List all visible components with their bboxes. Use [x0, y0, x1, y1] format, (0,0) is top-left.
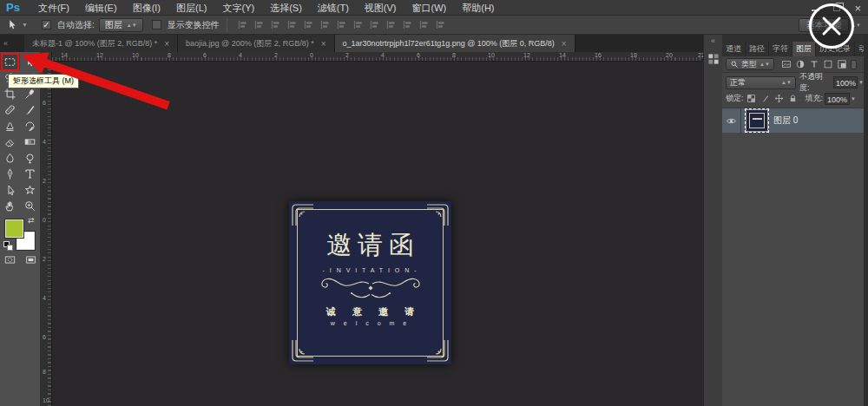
- ornament-corner-icon: [427, 203, 450, 226]
- distribute-top-edges-icon[interactable]: [335, 18, 348, 31]
- ruler-number: 10: [43, 397, 49, 403]
- dodge-tool[interactable]: [20, 150, 40, 167]
- align-right-edges-icon[interactable]: [319, 18, 332, 31]
- quick-mask-icon[interactable]: [3, 253, 16, 269]
- adjustment-filter-icon[interactable]: [795, 59, 806, 69]
- tool-preset-dropdown-icon[interactable]: ▼: [22, 22, 28, 28]
- menu-item[interactable]: 视图(V): [357, 0, 404, 16]
- document-tab[interactable]: baojia.jpg @ 200% (图层 2, RGB/8) *×: [178, 35, 335, 52]
- align-top-edges-icon[interactable]: [236, 18, 249, 31]
- swap-colors-icon[interactable]: ⇄: [28, 216, 35, 225]
- align-bottom-edges-icon[interactable]: [269, 18, 282, 31]
- blur-tool[interactable]: [0, 150, 20, 167]
- default-colors-icon[interactable]: [3, 241, 13, 251]
- canvas-pasteboard[interactable]: 邀请函 - I N V I T A T I O N - 诚 意 邀 请 w e …: [52, 62, 703, 406]
- menu-item[interactable]: 帮助(H): [454, 0, 502, 16]
- lock-position-icon[interactable]: [774, 94, 785, 104]
- align-icon-group: [234, 18, 449, 31]
- filter-icons: [781, 59, 847, 69]
- filter-kind-dropdown[interactable]: 类型 ▲▼: [726, 58, 774, 70]
- swatches-panel-icon[interactable]: [707, 52, 720, 66]
- menu-item[interactable]: 编辑(E): [77, 0, 125, 16]
- ruler-number: 12: [523, 52, 530, 58]
- panel-tab-图层[interactable]: 图层: [792, 42, 816, 56]
- move-tool-icon[interactable]: [5, 18, 21, 31]
- align-vertical-centers-icon[interactable]: [253, 18, 266, 31]
- show-transform-checkbox[interactable]: [152, 20, 161, 29]
- fill-dropdown-icon[interactable]: ▼: [851, 96, 856, 102]
- distribute-horizontal-centers-icon[interactable]: [401, 18, 414, 31]
- layer-name: 图层 0: [773, 115, 798, 127]
- menu-item[interactable]: 窗口(W): [404, 0, 455, 16]
- pen-tool[interactable]: [0, 167, 20, 183]
- layer-visibility-toggle[interactable]: [722, 108, 741, 133]
- lock-all-icon[interactable]: [788, 94, 799, 104]
- menu-item[interactable]: 图层(L): [168, 0, 214, 16]
- align-left-edges-icon[interactable]: [286, 18, 299, 31]
- tab-close-icon[interactable]: ×: [562, 39, 567, 49]
- close-icon[interactable]: ×: [854, 3, 861, 14]
- distribute-vertical-centers-icon[interactable]: [352, 18, 365, 31]
- search-icon: [730, 60, 739, 69]
- lock-transparent-icon[interactable]: [746, 94, 757, 104]
- opacity-value[interactable]: 100%: [833, 76, 858, 88]
- history-brush-tool[interactable]: [20, 118, 40, 134]
- fill-label: 填充:: [806, 93, 824, 104]
- type-tool[interactable]: [20, 167, 40, 183]
- screen-mode-icon[interactable]: [24, 253, 37, 269]
- distribute-left-edges-icon[interactable]: [385, 18, 398, 31]
- filter-toggle[interactable]: [851, 60, 857, 69]
- auto-select-target-value: 图层: [105, 19, 122, 31]
- tab-close-icon[interactable]: ×: [164, 39, 169, 49]
- panel-tab-字符[interactable]: 字符: [769, 42, 792, 56]
- horizontal-ruler[interactable]: 14121086420246810121416182022: [52, 52, 703, 62]
- distribute-bottom-edges-icon[interactable]: [368, 18, 381, 31]
- menu-item[interactable]: 图像(I): [125, 0, 168, 16]
- eraser-tool[interactable]: [0, 134, 20, 151]
- blend-mode-dropdown[interactable]: 正常 ▲▼: [726, 76, 796, 89]
- gradient-tool[interactable]: [20, 134, 40, 151]
- layer-thumbnail[interactable]: [746, 109, 768, 132]
- custom-shape-tool[interactable]: [20, 182, 40, 199]
- smart-object-filter-icon[interactable]: [837, 59, 847, 69]
- pixel-filter-icon[interactable]: [781, 59, 792, 69]
- spot-healing-brush-tool[interactable]: [0, 102, 20, 119]
- menu-item[interactable]: 选择(S): [262, 0, 310, 16]
- vertical-ruler[interactable]: 86420246810: [41, 62, 52, 406]
- panel-tab-路径[interactable]: 路径: [746, 42, 769, 56]
- lock-pixels-icon[interactable]: [760, 94, 771, 104]
- ornament-corner-icon: [291, 340, 313, 363]
- auto-select-checkbox[interactable]: ✓: [42, 20, 51, 29]
- document-tab[interactable]: 未标题-1 @ 100% (图层 2, RGB/8) *×: [24, 35, 178, 52]
- document-tab-bar: « 未标题-1 @ 100% (图层 2, RGB/8) *×baojia.jp…: [0, 35, 703, 52]
- ruler-number: 12: [96, 52, 103, 58]
- document-tab[interactable]: o_1ar30notrtrpjph1l72er61tg1g.png @ 100%…: [335, 35, 575, 52]
- ruler-number: 0: [310, 52, 313, 58]
- foreground-color-swatch[interactable]: [5, 219, 23, 238]
- menu-item[interactable]: 文件(F): [30, 0, 77, 16]
- move-tool[interactable]: [20, 54, 40, 70]
- align-horizontal-centers-icon[interactable]: [302, 18, 315, 31]
- zoom-tool[interactable]: [20, 199, 40, 215]
- path-selection-tool[interactable]: [0, 182, 20, 199]
- clone-stamp-tool[interactable]: [0, 118, 20, 134]
- auto-select-target-dropdown[interactable]: 图层 ▲▼: [99, 18, 143, 32]
- type-filter-icon[interactable]: [809, 59, 819, 69]
- hand-tool[interactable]: [0, 199, 20, 215]
- dock-collapse-icon[interactable]: «: [0, 35, 24, 52]
- menu-item[interactable]: 文字(Y): [214, 0, 262, 16]
- ruler-number: 6: [417, 52, 420, 58]
- panel-tab-通道[interactable]: 通道: [722, 42, 746, 56]
- invitation-document[interactable]: 邀请函 - I N V I T A T I O N - 诚 意 邀 请 w e …: [289, 201, 451, 364]
- collapse-panels-icon[interactable]: «: [704, 36, 722, 45]
- fill-value[interactable]: 100%: [825, 93, 850, 105]
- menu-bar: Ps 文件(F)编辑(E)图像(I)图层(L)文字(Y)选择(S)滤镜(T)视图…: [0, 0, 868, 16]
- auto-align-layers-icon[interactable]: [434, 18, 447, 31]
- layer-row[interactable]: 图层 0: [722, 108, 864, 133]
- tab-close-icon[interactable]: ×: [321, 39, 326, 49]
- ruler-number: 10: [488, 52, 495, 58]
- distribute-right-edges-icon[interactable]: [418, 18, 431, 31]
- menu-item[interactable]: 滤镜(T): [310, 0, 357, 16]
- shape-filter-icon[interactable]: [823, 59, 833, 69]
- brush-tool[interactable]: [20, 102, 40, 119]
